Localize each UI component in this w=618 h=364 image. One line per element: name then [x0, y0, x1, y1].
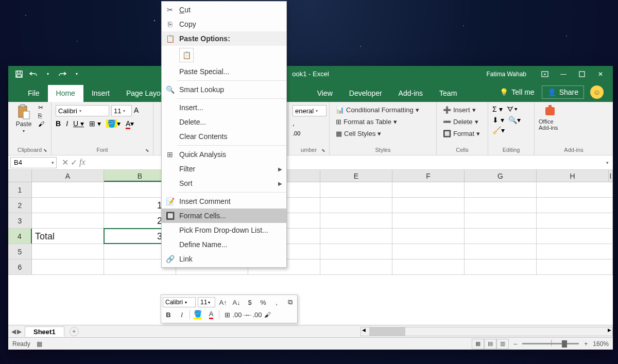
- mini-accounting-icon[interactable]: $: [244, 297, 255, 308]
- row-header-2[interactable]: 2: [8, 198, 32, 213]
- col-header-I[interactable]: I: [609, 170, 613, 182]
- col-header-H[interactable]: H: [537, 170, 609, 182]
- zoom-out-button[interactable]: –: [514, 340, 518, 348]
- dialog-launcher-icon[interactable]: ⬊: [321, 148, 328, 154]
- find-icon[interactable]: 🔍▾: [508, 116, 521, 124]
- mini-format-painter-icon[interactable]: 🖌: [262, 309, 273, 320]
- undo-dropdown-icon[interactable]: ▾: [42, 68, 54, 80]
- close-button[interactable]: ✕: [591, 66, 610, 82]
- conditional-formatting-button[interactable]: 📊Conditional Formatting ▾: [334, 105, 421, 115]
- ctx-define-name[interactable]: Define Name...: [162, 237, 286, 252]
- ctx-copy[interactable]: ⎘Copy: [162, 17, 286, 31]
- mini-fill-color-button[interactable]: 🪣: [192, 309, 203, 320]
- mini-decimal-dec-icon[interactable]: ←.00: [248, 309, 260, 320]
- cell-styles-button[interactable]: ▦Cell Styles ▾: [334, 129, 421, 138]
- tab-addins[interactable]: Add-ins: [390, 85, 431, 102]
- tab-developer[interactable]: Developer: [341, 85, 390, 102]
- fill-color-button[interactable]: 🪣▾: [106, 119, 121, 128]
- ctx-pick-from-list[interactable]: Pick From Drop-down List...: [162, 223, 286, 237]
- increase-font-icon[interactable]: A: [134, 105, 139, 116]
- copy-icon[interactable]: ⎘: [38, 112, 44, 119]
- sort-filter-icon[interactable]: ᗊ▾: [507, 105, 518, 114]
- mini-comma-icon[interactable]: ,: [271, 297, 282, 308]
- row-header-3[interactable]: 3: [8, 213, 32, 228]
- mini-font-combo[interactable]: Calibri ▾: [163, 297, 196, 307]
- qat-customize-icon[interactable]: ▾: [71, 68, 82, 80]
- ctx-link[interactable]: 🔗Link: [162, 252, 286, 266]
- expand-formula-bar-icon[interactable]: ▾: [602, 160, 613, 165]
- mini-decrease-font-icon[interactable]: A↓: [231, 297, 242, 308]
- mini-italic-button[interactable]: I: [176, 309, 187, 320]
- row-header-5[interactable]: 5: [8, 244, 32, 259]
- comma-style-icon[interactable]: ,: [293, 119, 295, 127]
- mini-border-button[interactable]: ⊞: [221, 309, 233, 320]
- zoom-level[interactable]: 160%: [593, 340, 609, 348]
- ctx-insert-comment[interactable]: 📝Insert Comment: [162, 194, 286, 209]
- horizontal-scrollbar[interactable]: ◀▶: [360, 327, 613, 336]
- macro-record-icon[interactable]: ▦: [37, 340, 42, 348]
- cells-insert-button[interactable]: ➕Insert ▾: [441, 105, 482, 115]
- ctx-format-cells[interactable]: 🔲Format Cells...: [162, 209, 286, 223]
- dialog-launcher-icon[interactable]: ⬊: [43, 148, 49, 154]
- ctx-smart-lookup[interactable]: 🔍Smart Lookup: [162, 82, 286, 97]
- zoom-in-button[interactable]: +: [584, 340, 588, 348]
- normal-view-icon[interactable]: ▦: [472, 339, 484, 349]
- save-icon[interactable]: [13, 68, 25, 80]
- fill-icon[interactable]: ⬇ ▾: [492, 116, 504, 124]
- office-addins-button[interactable]: Office Add-ins: [539, 104, 561, 131]
- cells-format-button[interactable]: 🔲Format ▾: [441, 129, 482, 138]
- fx-icon[interactable]: fx: [79, 158, 85, 167]
- col-header-G[interactable]: G: [465, 170, 537, 182]
- name-box[interactable]: B4: [10, 157, 57, 168]
- paste-option-default[interactable]: 📋: [179, 48, 194, 62]
- italic-button[interactable]: I: [66, 119, 68, 128]
- mini-font-color-button[interactable]: A: [205, 309, 217, 320]
- redo-icon[interactable]: [57, 68, 68, 80]
- mini-size-combo[interactable]: 11 ▾: [198, 297, 215, 307]
- col-header-E[interactable]: E: [320, 170, 392, 182]
- paste-button[interactable]: Paste▾: [12, 104, 35, 133]
- font-size-combo[interactable]: 11▾: [111, 105, 132, 116]
- tab-team[interactable]: Team: [431, 85, 465, 102]
- zoom-slider[interactable]: [522, 343, 579, 344]
- ctx-filter[interactable]: Filter▶: [162, 162, 286, 176]
- dialog-launcher-icon[interactable]: ⬊: [145, 148, 151, 154]
- cut-icon[interactable]: ✂: [38, 104, 44, 111]
- decrease-decimal-icon[interactable]: .00: [293, 130, 300, 136]
- tab-insert[interactable]: Insert: [83, 85, 118, 102]
- col-header-A[interactable]: A: [32, 170, 104, 182]
- format-painter-icon[interactable]: 🖌: [38, 120, 44, 128]
- row-header-4[interactable]: 4: [8, 229, 32, 244]
- underline-button[interactable]: U ▾: [73, 119, 84, 128]
- prev-sheet-icon[interactable]: ◀: [11, 328, 16, 335]
- cells-delete-button[interactable]: ➖Delete ▾: [441, 117, 482, 127]
- feedback-icon[interactable]: ☺: [590, 85, 604, 99]
- border-button[interactable]: ⊞ ▾: [89, 119, 101, 128]
- ribbon-options-icon[interactable]: [536, 66, 554, 82]
- page-layout-view-icon[interactable]: ▤: [484, 339, 496, 349]
- sheet-tab-sheet1[interactable]: Sheet1: [25, 326, 64, 337]
- ctx-cut[interactable]: ✂CuCutt: [162, 3, 286, 17]
- bold-button[interactable]: B: [56, 119, 61, 128]
- tell-me-search[interactable]: 💡Tell me: [492, 88, 541, 96]
- mini-increase-font-icon[interactable]: A↑: [217, 297, 229, 308]
- page-break-view-icon[interactable]: ▥: [496, 339, 509, 349]
- undo-icon[interactable]: [28, 68, 39, 80]
- ctx-delete[interactable]: Delete...: [162, 115, 286, 129]
- format-as-table-button[interactable]: ⊞Format as Table ▾: [334, 117, 421, 127]
- maximize-button[interactable]: [573, 66, 591, 82]
- next-sheet-icon[interactable]: ▶: [17, 328, 22, 335]
- tab-file[interactable]: File: [20, 85, 48, 102]
- col-header-F[interactable]: F: [392, 170, 465, 182]
- tab-home[interactable]: Home: [48, 85, 83, 102]
- cell-A1[interactable]: [32, 182, 104, 197]
- row-header-1[interactable]: 1: [8, 182, 32, 197]
- ctx-insert[interactable]: Insert...: [162, 100, 286, 115]
- mini-merge-icon[interactable]: ⧉: [284, 297, 296, 308]
- share-button[interactable]: 👤Share: [542, 85, 584, 99]
- cell-A4[interactable]: Total: [32, 229, 104, 244]
- ctx-clear-contents[interactable]: Clear Contents: [162, 129, 286, 144]
- ctx-sort[interactable]: Sort▶: [162, 176, 286, 190]
- mini-bold-button[interactable]: B: [163, 309, 174, 320]
- number-format-combo[interactable]: eneral▾: [293, 105, 327, 116]
